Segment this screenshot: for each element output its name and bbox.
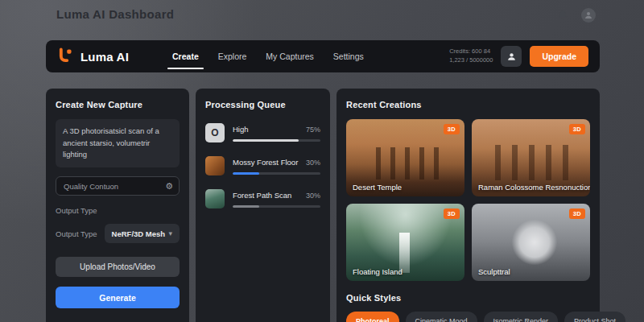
progress-bar xyxy=(233,172,320,175)
quick-styles-row: Photoreal Cinematic Mood Isometric Rende… xyxy=(346,312,590,322)
quality-field-wrap: ⚙ xyxy=(56,176,180,196)
forest-path-thumbnail xyxy=(205,189,225,208)
credits-line1: Credits: 600 84 xyxy=(449,47,493,56)
style-chip-product[interactable]: Product Shot xyxy=(564,312,625,322)
create-panel-title: Create New Capture xyxy=(56,100,180,109)
queue-item[interactable]: Forest Path Scan 30% xyxy=(205,189,320,208)
progress-bar xyxy=(233,205,320,208)
queue-item-name: High xyxy=(233,125,249,134)
queue-item-name: Forest Path Scan xyxy=(233,191,291,200)
card-badge: 3D xyxy=(444,208,460,219)
nav-right: Credits: 600 84 1,223 / 5000000 Upgrade xyxy=(449,46,588,67)
chevron-down-icon: ▾ xyxy=(168,229,172,237)
prompt-textarea[interactable]: A 3D photorisatsicl scan of a ancient st… xyxy=(56,119,180,167)
queue-item[interactable]: O High 75% xyxy=(205,123,320,142)
tab-create[interactable]: Create xyxy=(172,40,199,72)
quality-input[interactable] xyxy=(56,176,180,196)
gear-icon[interactable]: ⚙ xyxy=(165,182,173,191)
bell-icon[interactable] xyxy=(555,8,570,23)
output-type-value: NeRF/3D Mesh xyxy=(112,229,166,238)
brand-name: Luma AI xyxy=(80,50,129,64)
card-title: Sculpttral xyxy=(478,267,510,276)
card-badge: 3D xyxy=(444,124,460,134)
processing-queue-panel: Processing Queue O High 75% Mossy Forest… xyxy=(196,89,330,322)
creation-card-sculptural[interactable]: 3D Sculpttral xyxy=(472,204,590,281)
create-new-capture-panel: Create New Capture A 3D photorisatsicl s… xyxy=(46,89,189,322)
creation-card-desert-temple[interactable]: 3D Desert Temple xyxy=(346,119,464,196)
style-chip-photoreal[interactable]: Photoreal xyxy=(346,312,399,322)
output-type-row: Output Type NeRF/3D Mesh ▾ xyxy=(56,224,180,243)
style-chip-cinematic[interactable]: Cinematic Mood xyxy=(406,312,477,322)
style-chip-isometric[interactable]: Isometric Render xyxy=(484,312,559,322)
tab-settings[interactable]: Settings xyxy=(333,40,364,72)
generate-button[interactable]: Generate xyxy=(56,287,180,308)
user-avatar-icon[interactable] xyxy=(581,8,596,23)
tab-explore[interactable]: Explore xyxy=(218,40,247,72)
queue-item[interactable]: Mossy Forest Floor 30% xyxy=(205,156,320,175)
brand[interactable]: Luma AI xyxy=(57,47,129,67)
account-avatar[interactable] xyxy=(501,46,522,67)
creation-card-roman-colosseum[interactable]: 3D Raman Colossome Resnonuction xyxy=(472,119,590,196)
progress-fill xyxy=(233,172,259,175)
desktop-top-icons xyxy=(555,8,596,23)
creation-card-floating-island[interactable]: 3D Floating Island xyxy=(346,204,464,281)
nav-links: Create Explore My Captures Settings xyxy=(172,40,364,72)
recent-panel-title: Recent Creations xyxy=(346,100,590,109)
mossy-forest-thumbnail xyxy=(205,156,225,175)
output-type-label: Output Type xyxy=(56,206,180,215)
progress-bar xyxy=(233,139,320,142)
queue-item-name: Mossy Forest Floor xyxy=(233,158,298,167)
card-badge: 3D xyxy=(569,124,585,134)
progress-fill xyxy=(233,205,259,208)
recent-creations-panel: Recent Creations 3D Desert Temple 3D Ram… xyxy=(336,89,600,322)
progress-fill xyxy=(233,139,299,142)
recent-creations-grid: 3D Desert Temple 3D Raman Colossome Resn… xyxy=(346,119,590,281)
card-title: Floating Island xyxy=(353,267,402,276)
tab-my-captures[interactable]: My Captures xyxy=(266,40,314,72)
queue-item-progress-value: 75% xyxy=(306,126,320,134)
queue-panel-title: Processing Queue xyxy=(205,100,320,109)
output-type-select[interactable]: NeRF/3D Mesh ▾ xyxy=(105,224,180,243)
upgrade-button[interactable]: Upgrade xyxy=(530,46,588,67)
credits-line2: 1,223 / 5000000 xyxy=(449,56,493,65)
app-navbar: Luma AI Create Explore My Captures Setti… xyxy=(46,40,600,72)
card-title: Raman Colossome Resnonuction xyxy=(478,183,590,192)
card-title: Desert Temple xyxy=(353,183,402,192)
luma-logo-icon xyxy=(57,47,74,67)
card-badge: 3D xyxy=(569,208,585,219)
credits-display: Credits: 600 84 1,223 / 5000000 xyxy=(449,47,493,65)
desktop-background: Luma AI Dashboard Luma AI Create xyxy=(0,0,644,322)
queue-item-progress-value: 30% xyxy=(306,159,320,167)
page-title: Luma AI Dashboard xyxy=(56,7,174,21)
upload-photos-video-button[interactable]: Upload Photos/Video xyxy=(56,257,180,277)
queue-item-progress-value: 30% xyxy=(306,192,320,200)
output-type-row-label: Output Type xyxy=(56,229,97,238)
quick-styles-title: Quick Styles xyxy=(346,293,590,303)
object-thumbnail-icon: O xyxy=(205,123,225,142)
